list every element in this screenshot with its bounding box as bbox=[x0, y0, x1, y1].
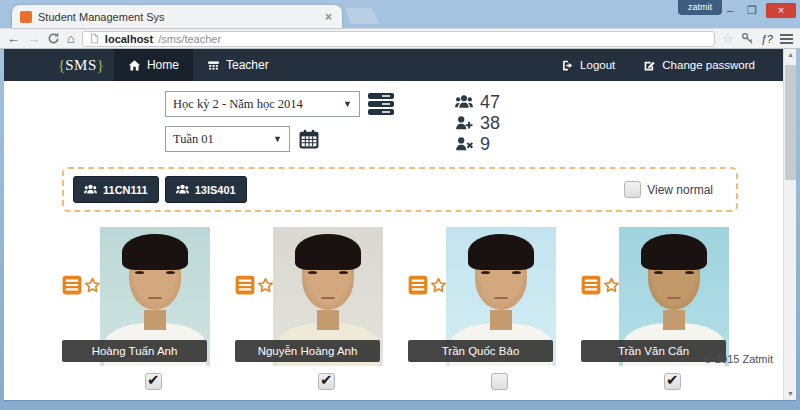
student-name: Trần Quốc Bảo bbox=[408, 340, 553, 362]
home-icon bbox=[128, 59, 141, 72]
nav-item-label: Home bbox=[147, 58, 179, 72]
maximize-button[interactable]: ❐ bbox=[741, 3, 763, 18]
class-button-label: 11CN111 bbox=[103, 184, 148, 196]
attendance-checkbox[interactable] bbox=[318, 373, 335, 390]
edit-icon bbox=[643, 59, 656, 72]
logout-label: Logout bbox=[580, 59, 615, 71]
nav-item-teacher[interactable]: Teacher bbox=[193, 49, 283, 81]
absent-count: 9 bbox=[480, 135, 490, 153]
key-extension-icon[interactable] bbox=[741, 32, 754, 45]
sms-logo[interactable]: {SMS} bbox=[58, 49, 104, 81]
attendance-checkbox-row bbox=[62, 373, 735, 390]
student-name: Hoàng Tuấn Anh bbox=[62, 340, 207, 362]
nav-item-label: Teacher bbox=[226, 58, 269, 72]
url-path: /sms/teacher bbox=[158, 33, 221, 45]
bookmark-star-icon[interactable]: ☆ bbox=[722, 31, 734, 46]
total-count: 47 bbox=[480, 93, 500, 111]
close-button[interactable]: × bbox=[766, 3, 796, 18]
calendar-icon bbox=[207, 59, 220, 72]
semester-value: Học kỳ 2 - Năm học 2014 bbox=[173, 97, 303, 112]
back-icon[interactable]: ← bbox=[7, 32, 20, 45]
star-icon[interactable] bbox=[84, 277, 101, 294]
fn-extension-icon[interactable]: ƒ? bbox=[761, 33, 773, 45]
attendance-stats: 47 38 9 bbox=[455, 91, 500, 161]
refresh-icon[interactable] bbox=[47, 32, 60, 45]
browser-window: Student Management Sys × zatmit – ❐ × ← … bbox=[0, 0, 800, 410]
url-host: localhost bbox=[105, 33, 153, 45]
student-card: Trần Văn Cẩn bbox=[581, 227, 729, 367]
address-bar[interactable]: localhost/sms/teacher bbox=[82, 31, 715, 47]
users-icon bbox=[84, 183, 97, 196]
week-value: Tuần 01 bbox=[173, 132, 214, 147]
detail-list-icon[interactable] bbox=[62, 275, 82, 295]
view-normal-label: View normal bbox=[647, 183, 713, 197]
scroll-up-icon[interactable]: ▲ bbox=[784, 49, 797, 61]
copyright-text: © 2015 Zatmit bbox=[704, 353, 773, 365]
chevron-down-icon: ▼ bbox=[343, 99, 352, 109]
view-normal-toggle: View normal bbox=[624, 181, 713, 198]
tab-title: Student Management Sys bbox=[38, 11, 323, 23]
semester-select[interactable]: Học kỳ 2 - Năm học 2014 ▼ bbox=[165, 91, 360, 117]
scroll-down-icon[interactable]: ▼ bbox=[784, 388, 797, 400]
attendance-checkbox[interactable] bbox=[664, 373, 681, 390]
minimize-button[interactable]: – bbox=[719, 3, 741, 18]
profile-badge[interactable]: zatmit bbox=[678, 0, 722, 15]
student-card: Nguyễn Hoàng Anh bbox=[235, 227, 383, 367]
home-icon[interactable]: ⌂ bbox=[67, 32, 75, 45]
users-icon bbox=[455, 93, 473, 111]
semester-list-icon[interactable] bbox=[368, 93, 394, 115]
new-tab-button[interactable] bbox=[345, 8, 378, 24]
student-cards: Hoàng Tuấn Anh Nguyễn Hoàng Anh bbox=[62, 227, 735, 367]
calendar-picker-icon[interactable] bbox=[298, 129, 320, 150]
menu-icon[interactable] bbox=[780, 34, 793, 36]
class-button-label: 13IS401 bbox=[195, 184, 236, 196]
week-select[interactable]: Tuần 01 ▼ bbox=[165, 126, 290, 152]
class-button-11CN111[interactable]: 11CN111 bbox=[73, 176, 159, 203]
browser-tab[interactable]: Student Management Sys × bbox=[12, 5, 342, 28]
attendance-checkbox[interactable] bbox=[145, 373, 162, 390]
view-normal-checkbox[interactable] bbox=[624, 181, 641, 198]
present-count: 38 bbox=[480, 114, 500, 132]
users-icon bbox=[176, 183, 189, 196]
tab-close-icon[interactable]: × bbox=[323, 10, 334, 24]
logout-icon bbox=[561, 59, 574, 72]
student-card: Trần Quốc Bảo bbox=[408, 227, 556, 367]
chevron-down-icon: ▼ bbox=[273, 134, 282, 144]
detail-list-icon[interactable] bbox=[235, 275, 255, 295]
class-button-13IS401[interactable]: 13IS401 bbox=[165, 176, 247, 203]
viewport: {SMS} Home Teacher Logout bbox=[4, 49, 796, 400]
web-page: {SMS} Home Teacher Logout bbox=[4, 49, 783, 400]
app-navbar: {SMS} Home Teacher Logout bbox=[4, 49, 783, 81]
star-icon[interactable] bbox=[430, 277, 447, 294]
star-icon[interactable] bbox=[257, 277, 274, 294]
user-plus-icon bbox=[455, 114, 473, 132]
logout-button[interactable]: Logout bbox=[547, 49, 629, 81]
page-icon bbox=[89, 33, 100, 44]
navbar-right: Logout Change password bbox=[547, 49, 769, 81]
site-favicon bbox=[20, 11, 32, 23]
detail-list-icon[interactable] bbox=[581, 275, 601, 295]
change-password-label: Change password bbox=[662, 59, 755, 71]
student-name: Nguyễn Hoàng Anh bbox=[235, 340, 380, 362]
detail-list-icon[interactable] bbox=[408, 275, 428, 295]
scrollbar[interactable]: ▲ ▼ bbox=[783, 49, 796, 400]
student-card: Hoàng Tuấn Anh bbox=[62, 227, 210, 367]
class-panel: 11CN111 13IS401 View normal bbox=[62, 167, 738, 212]
attendance-checkbox[interactable] bbox=[491, 373, 508, 390]
window-controls: – ❐ × bbox=[719, 3, 796, 18]
change-password-button[interactable]: Change password bbox=[629, 49, 769, 81]
main-content: Học kỳ 2 - Năm học 2014 ▼ Tuần 01 ▼ bbox=[4, 81, 783, 369]
browser-toolbar: ← → ⌂ localhost/sms/teacher ☆ ƒ? bbox=[0, 28, 800, 49]
filter-row: Học kỳ 2 - Năm học 2014 ▼ Tuần 01 ▼ bbox=[165, 91, 735, 161]
forward-icon: → bbox=[27, 32, 40, 45]
nav-item-home[interactable]: Home bbox=[114, 49, 193, 81]
user-times-icon bbox=[455, 135, 473, 153]
star-icon[interactable] bbox=[603, 277, 620, 294]
tab-strip: Student Management Sys × zatmit – ❐ × bbox=[0, 0, 800, 28]
scrollbar-thumb[interactable] bbox=[785, 65, 796, 180]
